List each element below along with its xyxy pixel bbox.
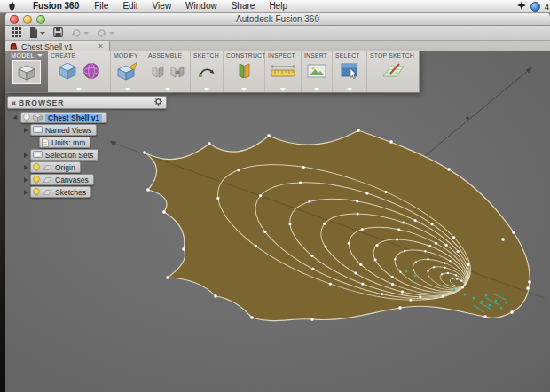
tree-item-sketches[interactable]: Sketches bbox=[7, 186, 167, 198]
section-label-construct: CONSTRUCT bbox=[224, 51, 264, 59]
create-form-icon[interactable] bbox=[82, 61, 101, 84]
model-workspace-icon bbox=[12, 60, 41, 84]
menu-app-name[interactable]: Fusion 360 bbox=[25, 0, 87, 12]
data-panel-grid-icon[interactable] bbox=[12, 25, 21, 41]
units-document-icon bbox=[42, 138, 49, 147]
ribbon-section-inspect: INSPECT bbox=[265, 51, 302, 92]
new-component-icon[interactable] bbox=[150, 62, 166, 83]
stop-sketch-icon[interactable] bbox=[380, 61, 406, 84]
section-label-modify: MODIFY bbox=[111, 51, 145, 59]
redo-dropdown-icon bbox=[109, 32, 114, 35]
insert-dropdown-icon[interactable] bbox=[314, 88, 319, 91]
tree-item-label[interactable]: Selection Sets bbox=[45, 151, 93, 160]
minimize-window-button[interactable] bbox=[23, 15, 32, 24]
menu-window[interactable]: Window bbox=[178, 0, 224, 12]
section-label-inspect: INSPECT bbox=[265, 51, 301, 59]
desktop: { "menubar": { "app_name": "Fusion 360",… bbox=[0, 0, 550, 392]
expand-arrow-icon[interactable] bbox=[24, 128, 28, 133]
ribbon-section-stop-sketch: STOP SKETCH bbox=[367, 51, 419, 92]
expand-arrow-icon[interactable] bbox=[24, 190, 28, 195]
insert-image-icon[interactable] bbox=[306, 62, 327, 83]
ribbon-section-create: CREATE bbox=[48, 51, 111, 92]
expand-arrow-icon[interactable] bbox=[12, 114, 19, 121]
ribbon-section-construct: CONSTRUCT bbox=[224, 51, 265, 92]
tree-item-label[interactable]: Named Views bbox=[45, 126, 91, 135]
visibility-bulb-icon[interactable] bbox=[33, 188, 40, 197]
workspace-model-button[interactable]: MODEL bbox=[5, 51, 48, 92]
expand-arrow-icon[interactable] bbox=[24, 165, 28, 170]
close-window-button[interactable] bbox=[10, 15, 19, 24]
tree-item-canvases[interactable]: Canvases bbox=[7, 174, 167, 185]
sketch-dropdown-icon[interactable] bbox=[204, 88, 209, 91]
file-menu-button[interactable] bbox=[29, 27, 45, 38]
menu-share[interactable]: Share bbox=[224, 0, 263, 12]
tree-item-units[interactable]: Units: mm bbox=[7, 137, 167, 148]
assemble-dropdown-icon[interactable] bbox=[165, 88, 170, 91]
select-dropdown-icon[interactable] bbox=[347, 88, 352, 91]
quick-access-toolbar bbox=[5, 26, 550, 41]
visibility-bulb-icon[interactable] bbox=[23, 114, 30, 122]
visibility-bulb-icon[interactable] bbox=[33, 176, 40, 184]
ribbon-toolbar: MODEL CREATE MODIFY bbox=[5, 51, 420, 93]
macos-menu-bar: Fusion 360 File Edit View Window Share H… bbox=[0, 0, 550, 13]
redo-button[interactable] bbox=[97, 28, 114, 37]
selection-sets-icon bbox=[33, 151, 43, 159]
select-icon[interactable] bbox=[340, 61, 359, 84]
undo-button[interactable] bbox=[71, 28, 89, 37]
window-title-bar[interactable]: Autodesk Fusion 360 bbox=[5, 12, 550, 26]
inspect-dropdown-icon[interactable] bbox=[280, 88, 286, 91]
tree-item-label[interactable]: Chest Shell v1 bbox=[45, 114, 102, 122]
save-icon[interactable] bbox=[53, 25, 63, 41]
workspace-model-label: MODEL bbox=[11, 52, 34, 59]
viewport[interactable]: MODEL CREATE MODIFY bbox=[5, 51, 550, 392]
browser-header[interactable]: « BROWSER bbox=[7, 96, 167, 109]
sketches-folder-icon bbox=[43, 189, 52, 196]
ribbon-section-sketch: SKETCH bbox=[191, 51, 224, 92]
menu-view[interactable]: View bbox=[145, 0, 179, 12]
section-label-create: CREATE bbox=[48, 51, 110, 59]
tree-item-selection-sets[interactable]: Selection Sets bbox=[7, 149, 167, 161]
create-box-icon[interactable] bbox=[57, 60, 78, 85]
ribbon-section-select: SELECT bbox=[333, 51, 367, 92]
ribbon-section-modify: MODIFY bbox=[111, 51, 145, 92]
section-label-sketch: SKETCH bbox=[191, 51, 223, 59]
tab-close-icon[interactable]: × bbox=[98, 43, 103, 51]
expand-arrow-icon[interactable] bbox=[24, 177, 28, 183]
joint-icon[interactable] bbox=[169, 62, 185, 83]
named-views-icon bbox=[33, 126, 43, 134]
expand-arrow-icon[interactable] bbox=[24, 153, 28, 158]
measure-icon[interactable] bbox=[270, 62, 296, 83]
section-label-stop-sketch: STOP SKETCH bbox=[367, 51, 419, 59]
tree-item-label[interactable]: Canvases bbox=[55, 176, 89, 184]
menu-help[interactable]: Help bbox=[262, 0, 295, 12]
tree-item-label[interactable]: Units: mm bbox=[51, 138, 85, 147]
zoom-window-button[interactable] bbox=[36, 15, 45, 24]
tree-item-root[interactable]: Chest Shell v1 bbox=[7, 112, 167, 123]
visibility-bulb-icon[interactable] bbox=[33, 163, 40, 172]
construct-plane-icon[interactable] bbox=[233, 61, 255, 84]
create-dropdown-icon[interactable] bbox=[76, 88, 82, 91]
model-dropdown-icon bbox=[37, 54, 43, 57]
sync-globe-icon[interactable] bbox=[530, 2, 540, 12]
browser-gear-icon[interactable] bbox=[154, 98, 162, 107]
apple-menu-icon[interactable] bbox=[8, 2, 16, 12]
browser-panel: « BROWSER Chest Shell v1 bbox=[7, 96, 167, 198]
spaces-icon[interactable] bbox=[517, 1, 526, 12]
press-pull-icon[interactable] bbox=[117, 60, 138, 85]
tree-item-label[interactable]: Origin bbox=[55, 163, 75, 172]
browser-header-label: BROWSER bbox=[19, 98, 151, 107]
undo-dropdown-icon bbox=[83, 32, 89, 35]
section-label-insert: INSERT bbox=[302, 51, 332, 59]
collapse-panel-icon[interactable]: « bbox=[12, 98, 15, 107]
sketch-spline-icon[interactable] bbox=[197, 61, 216, 84]
menu-edit[interactable]: Edit bbox=[115, 0, 145, 12]
canvases-folder-icon bbox=[43, 176, 52, 184]
menu-file[interactable]: File bbox=[87, 0, 115, 12]
modify-dropdown-icon[interactable] bbox=[125, 88, 130, 91]
component-icon bbox=[33, 114, 43, 122]
document-tab-title: Chest Shell v1 bbox=[21, 43, 73, 51]
tree-item-label[interactable]: Sketches bbox=[55, 188, 86, 197]
tree-item-named-views[interactable]: Named Views bbox=[7, 124, 167, 136]
tree-item-origin[interactable]: Origin bbox=[7, 161, 167, 173]
construct-dropdown-icon[interactable] bbox=[241, 88, 247, 91]
